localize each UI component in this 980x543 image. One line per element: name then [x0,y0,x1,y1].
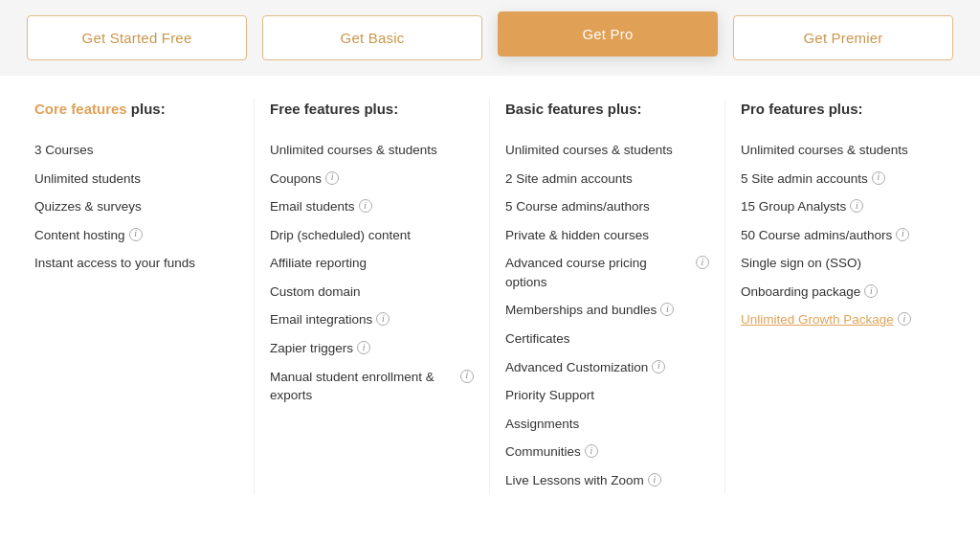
list-item: Assignments [505,410,709,439]
list-item: Quizzes & surveys [34,192,238,221]
feature-text: 3 Courses [34,141,94,160]
feature-text: Instant access to your funds [34,254,195,273]
list-item: Unlimited students [34,165,238,193]
feature-list-premier: Unlimited courses & students5 Site admin… [741,136,946,334]
info-icon[interactable]: i [376,312,390,326]
list-item: Onboarding packagei [741,278,946,306]
feature-text: Email integrations [270,310,372,329]
list-item: Unlimited courses & students [505,136,709,165]
feature-list-pro: Unlimited courses & students2 Site admin… [505,136,709,494]
list-item: Advanced course pricing optionsi [505,249,709,296]
columns-row: Core features plus:3 CoursesUnlimited st… [0,76,980,523]
list-item: Private & hidden courses [505,221,709,250]
info-icon[interactable]: i [898,312,911,326]
list-item: Affiliate reporting [270,249,474,278]
list-item: Live Lessons with Zoomi [505,466,709,495]
info-icon[interactable]: i [696,256,709,269]
feature-text: Unlimited students [34,170,141,189]
plan-col-free: Core features plus:3 CoursesUnlimited st… [19,99,255,494]
info-icon[interactable]: i [129,228,143,241]
feature-text: 5 Course admins/authors [505,197,650,216]
list-item: Unlimited courses & students [741,136,946,165]
btn-pro[interactable]: Get Pro [498,11,718,57]
plan-heading-premier: Pro features plus: [741,99,946,119]
feature-list-basic: Unlimited courses & studentsCouponsiEmai… [270,136,474,410]
list-item: Couponsi [270,165,474,193]
list-item: 15 Group Analystsi [741,192,946,221]
feature-text: Communities [505,442,581,462]
heading-highlight: Core features [34,101,127,117]
info-icon[interactable]: i [864,284,878,298]
plan-heading-pro: Basic features plus: [505,99,709,119]
btn-premier[interactable]: Get Premier [733,15,953,60]
list-item: 5 Site admin accountsi [741,165,946,193]
feature-text: Manual student enrollment & exports [270,368,457,405]
feature-text: Affiliate reporting [270,254,367,273]
feature-text: Priority Support [505,386,594,405]
btn-free[interactable]: Get Started Free [27,15,247,60]
info-icon[interactable]: i [850,199,863,213]
feature-text: Advanced course pricing options [505,254,692,291]
feature-text: Email students [270,197,355,216]
plan-col-basic: Free features plus:Unlimited courses & s… [255,99,490,494]
info-icon[interactable]: i [325,171,339,185]
list-item: Communitiesi [505,438,709,466]
feature-list-free: 3 CoursesUnlimited studentsQuizzes & sur… [34,136,238,278]
list-item: Single sign on (SSO) [741,249,946,278]
page-wrapper: Get Started FreeGet BasicGet ProGet Prem… [0,0,980,523]
buttons-row: Get Started FreeGet BasicGet ProGet Prem… [0,0,980,76]
list-item: Instant access to your funds [34,249,238,278]
plan-col-premier: Pro features plus:Unlimited courses & st… [725,99,961,494]
feature-text: Certificates [505,329,570,349]
info-icon[interactable]: i [585,444,598,458]
plan-heading-basic: Free features plus: [270,99,474,119]
feature-text: 50 Course admins/authors [741,226,892,245]
list-item: Zapier triggersi [270,334,474,363]
feature-text: Unlimited courses & students [505,141,673,160]
feature-text: Quizzes & surveys [34,197,142,216]
feature-text: Unlimited Growth Package [741,310,894,329]
feature-text: Assignments [505,415,579,434]
heading-suffix: plus: [127,101,166,117]
feature-text: 15 Group Analysts [741,197,846,216]
feature-text: Custom domain [270,283,361,302]
feature-text: Unlimited courses & students [270,141,437,160]
feature-text: Memberships and bundles [505,301,657,320]
info-icon[interactable]: i [872,171,885,185]
list-item: Unlimited Growth Packagei [741,305,946,334]
btn-basic[interactable]: Get Basic [262,15,482,60]
feature-text: Content hosting [34,226,125,245]
feature-text: 2 Site admin accounts [505,170,633,189]
list-item: Content hostingi [34,221,238,250]
info-icon[interactable]: i [896,228,909,241]
feature-text: Advanced Customization [505,358,648,377]
feature-text: Private & hidden courses [505,226,649,245]
list-item: Custom domain [270,278,474,306]
feature-text: Live Lessons with Zoom [505,471,644,490]
list-item: 50 Course admins/authorsi [741,221,946,250]
list-item: Manual student enrollment & exportsi [270,363,474,410]
info-icon[interactable]: i [652,360,665,373]
info-icon[interactable]: i [648,473,661,486]
info-icon[interactable]: i [660,303,674,316]
list-item: Email integrationsi [270,305,474,334]
list-item: Email studentsi [270,192,474,221]
feature-text: 5 Site admin accounts [741,170,868,189]
feature-text: Unlimited courses & students [741,141,908,160]
list-item: 2 Site admin accounts [505,165,709,193]
plan-heading-free: Core features plus: [34,99,238,119]
list-item: Advanced Customizationi [505,353,709,382]
info-icon[interactable]: i [460,370,474,383]
list-item: Priority Support [505,381,709,410]
feature-text: Single sign on (SSO) [741,254,861,273]
list-item: Certificates [505,325,709,353]
info-icon[interactable]: i [357,341,370,354]
list-item: Drip (scheduled) content [270,221,474,250]
info-icon[interactable]: i [359,199,372,213]
feature-text: Onboarding package [741,283,860,302]
list-item: Memberships and bundlesi [505,296,709,325]
list-item: 3 Courses [34,136,238,165]
plan-col-pro: Basic features plus:Unlimited courses & … [490,99,725,494]
list-item: Unlimited courses & students [270,136,474,165]
feature-text: Zapier triggers [270,339,353,358]
